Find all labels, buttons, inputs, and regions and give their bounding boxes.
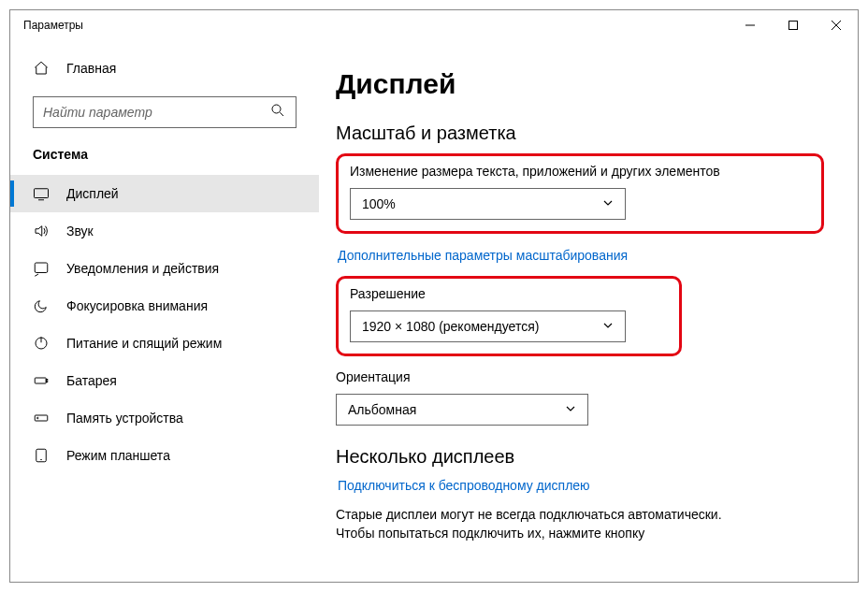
resolution-value: 1920 × 1080 (рекомендуется) — [362, 319, 539, 334]
window-title: Параметры — [23, 19, 83, 32]
sidebar-item-display[interactable]: Дисплей — [10, 175, 319, 212]
content-area: Главная Система Дисплей Звук — [10, 40, 858, 582]
sidebar-item-label: Питание и спящий режим — [66, 336, 222, 351]
sidebar-section: Система — [10, 141, 319, 175]
resolution-dropdown[interactable]: 1920 × 1080 (рекомендуется) — [350, 310, 626, 342]
scale-section-title: Масштаб и разметка — [336, 123, 824, 144]
scale-value: 100% — [362, 196, 396, 211]
notifications-icon — [33, 260, 50, 277]
search-box[interactable] — [33, 96, 297, 128]
sidebar-item-battery[interactable]: Батарея — [10, 362, 319, 399]
scale-label: Изменение размера текста, приложений и д… — [350, 164, 810, 179]
home-label: Главная — [66, 61, 116, 76]
svg-rect-8 — [35, 263, 48, 273]
minimize-button[interactable] — [729, 10, 772, 40]
sidebar-item-storage[interactable]: Память устройства — [10, 399, 319, 437]
storage-icon — [33, 410, 50, 426]
titlebar: Параметры — [10, 10, 858, 40]
search-input[interactable] — [43, 105, 250, 120]
close-button[interactable] — [815, 10, 858, 40]
chevron-down-icon — [602, 318, 614, 335]
connect-wireless-link[interactable]: Подключиться к беспроводному дисплею — [338, 478, 590, 493]
sidebar-item-label: Звук — [66, 224, 94, 238]
chevron-down-icon — [602, 195, 614, 212]
battery-icon — [33, 372, 50, 389]
sound-icon — [33, 223, 50, 239]
resolution-highlight: Разрешение 1920 × 1080 (рекомендуется) — [336, 276, 682, 356]
svg-line-9 — [35, 274, 38, 276]
scale-highlight: Изменение размера текста, приложений и д… — [336, 153, 824, 234]
sidebar-item-focus[interactable]: Фокусировка внимания — [10, 287, 319, 325]
sidebar: Главная Система Дисплей Звук — [10, 40, 319, 582]
sidebar-item-label: Уведомления и действия — [66, 261, 219, 276]
home-icon — [33, 60, 50, 77]
sidebar-item-tablet[interactable]: Режим планшета — [10, 437, 319, 474]
orientation-dropdown[interactable]: Альбомная — [336, 394, 588, 426]
tablet-icon — [33, 447, 50, 464]
window-controls — [729, 10, 858, 40]
svg-point-4 — [272, 105, 281, 113]
sidebar-item-label: Батарея — [66, 373, 117, 388]
chevron-down-icon — [565, 401, 576, 418]
svg-rect-13 — [46, 380, 48, 383]
display-icon — [33, 185, 50, 202]
sidebar-item-label: Режим планшета — [66, 448, 170, 463]
orientation-block: Ориентация Альбомная — [336, 369, 824, 426]
orientation-label: Ориентация — [336, 369, 824, 384]
page-title: Дисплей — [336, 68, 824, 100]
sidebar-item-notifications[interactable]: Уведомления и действия — [10, 250, 319, 287]
svg-rect-1 — [789, 22, 798, 30]
svg-rect-12 — [35, 378, 46, 383]
scale-dropdown[interactable]: 100% — [350, 188, 626, 220]
search-icon — [269, 102, 286, 123]
main-panel: Дисплей Масштаб и разметка Изменение раз… — [319, 40, 858, 582]
focus-icon — [33, 297, 50, 314]
sidebar-item-label: Дисплей — [66, 186, 119, 201]
multi-section-title: Несколько дисплеев — [336, 446, 824, 468]
old-display-text2: Чтобы попытаться подключить их, нажмите … — [336, 525, 824, 543]
settings-window: Параметры Главная — [9, 9, 859, 583]
old-display-text1: Старые дисплеи могут не всегда подключат… — [336, 506, 824, 525]
svg-rect-6 — [35, 189, 49, 198]
advanced-scaling-link[interactable]: Дополнительные параметры масштабирования — [338, 248, 628, 263]
sidebar-item-sound[interactable]: Звук — [10, 212, 319, 250]
svg-point-15 — [37, 417, 39, 419]
sidebar-item-power[interactable]: Питание и спящий режим — [10, 325, 319, 362]
sidebar-item-label: Фокусировка внимания — [66, 298, 208, 313]
home-button[interactable]: Главная — [10, 50, 319, 87]
resolution-label: Разрешение — [350, 286, 668, 301]
maximize-button[interactable] — [772, 10, 815, 40]
orientation-value: Альбомная — [348, 402, 416, 417]
svg-line-5 — [280, 112, 283, 116]
power-icon — [33, 335, 50, 352]
sidebar-item-label: Память устройства — [66, 411, 183, 426]
